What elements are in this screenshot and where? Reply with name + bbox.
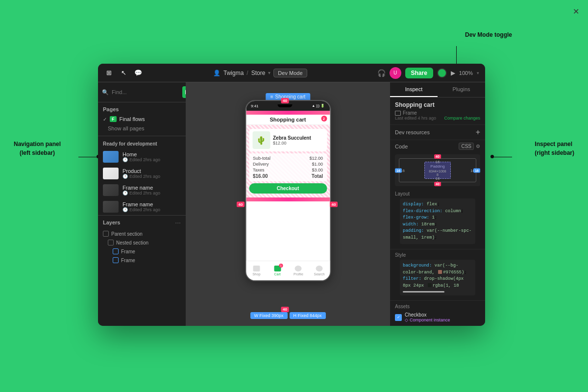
show-all-pages[interactable]: Show all pages [98, 124, 186, 133]
measure-badge-right: 40 [330, 201, 338, 207]
search-nav-icon [316, 266, 323, 271]
nav-search[interactable]: Search [309, 266, 330, 276]
profile-icon [295, 266, 302, 271]
page-tag[interactable]: F Final flows ▾ [182, 86, 186, 98]
asset-item-checkbox: ✓ Checkbox ◇ Component instance [395, 312, 480, 322]
frame-item-home[interactable]: Home 🕐 Edited 2hrs ago [98, 148, 186, 165]
inner-size: 344×100 [431, 170, 444, 173]
frame-label: Frame [395, 110, 480, 116]
comment-icon[interactable]: 💬 [133, 68, 143, 78]
search-input[interactable] [112, 89, 179, 95]
checkout-button[interactable]: Checkout [249, 183, 327, 194]
page-icon: F [110, 116, 117, 122]
tab-inspect[interactable]: Inspect [390, 82, 438, 97]
code-settings-icon[interactable]: ⚙ [476, 144, 480, 149]
layer-parent-section[interactable]: Parent section [98, 229, 186, 238]
dev-mode-badge[interactable]: Dev Mode [273, 69, 307, 77]
layers-menu-icon[interactable]: ··· [175, 219, 181, 226]
tab-plugins[interactable]: Plugins [438, 82, 485, 97]
frame-edited-frame2: 🕐 Edited 2hrs ago [122, 207, 181, 212]
code-lang-selector: CSS ⚙ [459, 143, 480, 150]
delivery-row: Delivery $1.00 [253, 161, 323, 167]
device-notch-small [278, 104, 293, 107]
frame-name-frame1: Frame name [122, 185, 181, 191]
share-button[interactable]: Share [405, 68, 433, 78]
zoom-caret[interactable]: ▾ [477, 71, 479, 75]
dev-mode-toggle[interactable] [437, 68, 447, 78]
pages-section-title: Pages [98, 102, 186, 114]
frame-label-text: Shopping cart [275, 94, 306, 99]
panel-edited: Last edited 4 hrs ago Compare changes [395, 116, 480, 121]
annotation-dev-mode: Dev Mode toggle [465, 30, 512, 39]
spacing-badge-right: 16 [473, 168, 480, 172]
annotation-line-nav [78, 157, 98, 157]
nav-cart[interactable]: 1 Cart [267, 266, 288, 276]
annotation-dot-inspect [490, 155, 494, 158]
headphones-icon[interactable]: 🎧 [377, 69, 386, 77]
height-label: H Fixed 844px [290, 312, 326, 319]
panel-section-title: Shopping cart Frame Last edited 4 hrs ag… [390, 98, 485, 125]
device-main-content: 🌵 Zebra Succulent $12.00 Sub-total $12.0… [246, 125, 330, 197]
app-window: ⊞ ↖ 💬 👤 Twigma / Store ▾ Dev Mode 🎧 U Sh… [98, 64, 485, 326]
nav-profile[interactable]: Profile [288, 266, 309, 276]
cart-badge: 2 [321, 116, 327, 122]
code-lang-dropdown[interactable]: CSS [459, 143, 474, 150]
frame-item-frame2[interactable]: Frame name 🕐 Edited 2hrs ago [98, 198, 186, 215]
taxes-value: $3.00 [312, 168, 323, 172]
zoom-level[interactable]: 100% [459, 70, 473, 76]
frame-thumb-product [103, 168, 119, 179]
cursor-icon[interactable]: ↖ [119, 68, 128, 78]
play-icon[interactable]: ▶ [451, 70, 455, 76]
asset-name: Checkbox [405, 312, 450, 318]
component-icon: ◇ [405, 318, 408, 322]
breadcrumb-page[interactable]: Store [251, 70, 266, 76]
sidebar-divider-1 [98, 136, 186, 136]
canvas-area: ≡ Shopping cart 9:41 ▲ ))) 🔋 Shopping ca… [186, 82, 390, 326]
close-button[interactable]: ✕ [573, 7, 579, 16]
title-bar: ⊞ ↖ 💬 👤 Twigma / Store ▾ Dev Mode 🎧 U Sh… [98, 64, 485, 82]
layout-section: Layout display: flex; flex-direction: co… [390, 188, 485, 249]
frame-item-frame1[interactable]: Frame name 🕐 Edited 2hrs ago [98, 182, 186, 198]
layer-nested-section[interactable]: Nested section [98, 238, 186, 247]
inner-padding-label: Padding [429, 164, 446, 169]
asset-type-label: Component instance [410, 318, 450, 322]
nav-shop[interactable]: Shop [246, 266, 267, 276]
frame-info-frame1: Frame name 🕐 Edited 2hrs ago [122, 185, 181, 196]
breadcrumb-caret[interactable]: ▾ [268, 70, 270, 75]
checkmark-icon: ✓ [103, 117, 107, 122]
product-name: Zebra Succulent [273, 135, 311, 141]
code-section-header: Code CSS ⚙ [390, 140, 485, 152]
assets-title: Assets [395, 304, 480, 309]
spacing-badge-top: 40 [434, 154, 441, 159]
frame-edited-product: 🕐 Edited 2hrs ago [122, 174, 181, 179]
layer-icon-nested [108, 240, 114, 245]
page-item-final-flows[interactable]: ✓ F Final flows [98, 114, 186, 124]
add-dev-resource-button[interactable]: + [476, 128, 480, 137]
spacing-num-top: 16 [436, 160, 440, 164]
layer-frame-2[interactable]: Frame [98, 256, 186, 265]
cart-title: Shopping cart [250, 117, 326, 122]
width-label: W Fixed 390px [250, 312, 287, 319]
product-image: 🌵 [252, 131, 270, 149]
device-cart-header: Shopping cart 2 [246, 115, 330, 125]
annotation-nav-panel: Navigation panel (left sidebar) [14, 140, 61, 157]
frame-name-product: Product [122, 168, 181, 174]
search-icon: 🔍 [102, 89, 109, 96]
nav-search-label: Search [314, 272, 325, 276]
total-amount: $16.00 [253, 173, 268, 179]
frame-item-product[interactable]: Product 🕐 Edited 2hrs ago [98, 165, 186, 182]
user-icon: 👤 [213, 70, 220, 76]
grid-icon[interactable]: ⊞ [104, 68, 114, 78]
frame-thumb-home [103, 151, 119, 163]
cart-icon: 1 [274, 266, 281, 271]
annotation-line-inspect [492, 157, 512, 157]
ready-tag: Ready for development [98, 139, 186, 148]
layer-icon-parent [103, 231, 109, 237]
avatar: U [390, 67, 401, 79]
layer-frame-1[interactable]: Frame [98, 247, 186, 256]
total-tag: Total [312, 173, 323, 179]
compare-changes-link[interactable]: Compare changes [444, 116, 480, 121]
page-label: Final flows [120, 116, 145, 122]
asset-details: Checkbox ◇ Component instance [405, 312, 450, 322]
frame-thumb-frame1 [103, 184, 119, 196]
